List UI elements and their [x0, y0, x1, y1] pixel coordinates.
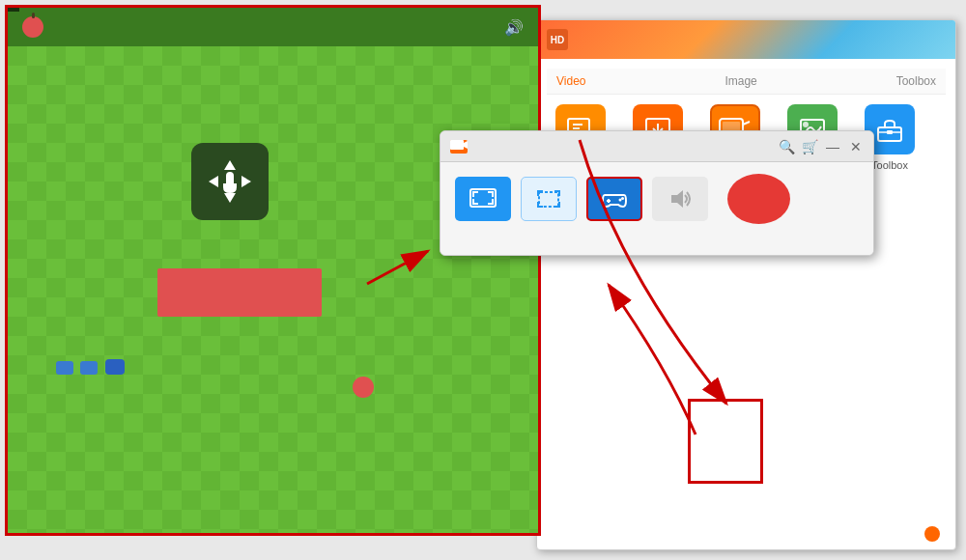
svg-marker-22: [209, 176, 218, 187]
tab-toolbox[interactable]: Toolbox: [896, 74, 936, 88]
gamepad-button[interactable]: [586, 177, 642, 221]
search-icon[interactable]: 🔍: [779, 139, 794, 154]
svg-rect-19: [887, 130, 893, 134]
hd-section-header: Video Image Toolbox: [547, 69, 946, 95]
sr-controls: 🔍 🛒 — ✕: [779, 139, 864, 154]
svg-marker-25: [464, 141, 468, 149]
tab-video[interactable]: Video: [556, 74, 585, 88]
svg-point-31: [619, 199, 622, 202]
svg-rect-24: [450, 140, 464, 150]
hd-footer: [924, 526, 944, 542]
hd-titlebar: HD: [537, 20, 955, 59]
audio-button[interactable]: [652, 177, 708, 221]
minimize-icon[interactable]: [905, 31, 923, 48]
fox-icon: [924, 526, 940, 542]
snake-sound-icon: 🔊: [504, 18, 524, 37]
list-icon[interactable]: [882, 31, 899, 48]
snake-apple-icon: [22, 16, 43, 38]
snake-body: [56, 359, 125, 378]
sr-titlebar-left: [450, 140, 475, 154]
svg-marker-21: [224, 193, 236, 203]
svg-point-16: [803, 122, 809, 127]
tab-image[interactable]: Image: [724, 74, 756, 88]
close-icon[interactable]: ✕: [848, 139, 864, 154]
snake-segment: [56, 361, 73, 375]
svg-point-32: [621, 197, 624, 200]
sr-toolbar: [440, 162, 873, 236]
sr-titlebar: 🔍 🛒 — ✕: [440, 131, 873, 162]
snake-head: [105, 359, 125, 375]
move-icon: [191, 143, 269, 220]
ok-button[interactable]: [157, 268, 322, 317]
fullscreen-button[interactable]: [455, 177, 511, 221]
svg-marker-33: [671, 190, 683, 208]
sr-info-text: [440, 236, 873, 255]
toolbox-label: Toolbox: [871, 159, 908, 171]
dimension-badge: [8, 8, 19, 12]
snake-header: 🔊: [8, 8, 538, 46]
cart-icon[interactable]: 🛒: [802, 139, 817, 154]
hd-converter-window: HD Video Image Toolbox: [536, 19, 956, 550]
region-button[interactable]: [521, 177, 577, 221]
svg-marker-23: [242, 176, 251, 187]
minimize-icon[interactable]: —: [825, 139, 840, 154]
gear-icon[interactable]: [859, 31, 876, 48]
food-apple: [353, 377, 374, 398]
snake-game-window: 🔊: [5, 5, 541, 536]
svg-rect-28: [539, 192, 558, 207]
hd-titlebar-left: HD: [547, 29, 576, 50]
close-icon[interactable]: [928, 31, 946, 48]
snake-game-area: [8, 46, 538, 533]
hd-titlebar-controls: [859, 31, 946, 48]
hd-logo: HD: [547, 29, 568, 50]
svg-marker-20: [224, 160, 236, 170]
svg-line-11: [743, 122, 750, 125]
snake-segment: [80, 361, 98, 375]
screen-recorder-dialog: 🔍 🛒 — ✕: [440, 130, 874, 256]
rec-button[interactable]: [727, 174, 790, 224]
sr-title-icon: [450, 140, 468, 154]
wonderfox-logo: [924, 526, 944, 542]
